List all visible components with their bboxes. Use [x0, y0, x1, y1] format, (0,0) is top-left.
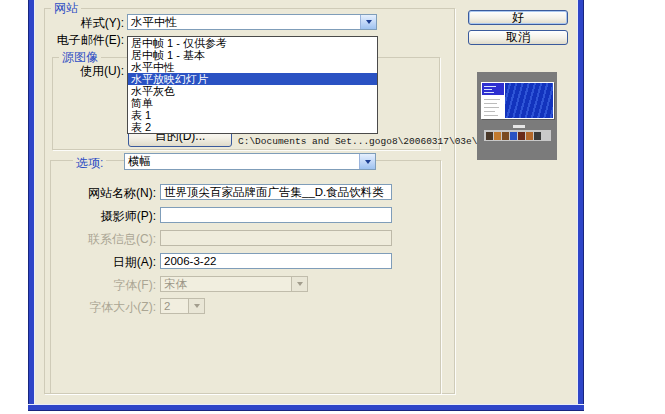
style-dropdown-option[interactable]: 水平灰色	[128, 85, 377, 97]
chevron-down-icon[interactable]	[359, 154, 375, 169]
contact-input	[160, 230, 392, 246]
style-dropdown-list: 居中帧 1 - 仅供参考居中帧 1 - 基本水平中性水平放映幻灯片水平灰色简单表…	[127, 36, 378, 134]
font-combobox-value: 宋体	[161, 277, 307, 291]
preview-sidebar-header	[482, 83, 504, 95]
font-size-label: 字体大小(Z):	[30, 300, 156, 314]
date-input[interactable]	[160, 253, 392, 269]
site-group-title: 网站	[51, 1, 81, 15]
web-photo-gallery-dialog: 网站 样式(Y): 水平中性 电子邮件(E): 源图像 使用(U): 目的(D)…	[0, 0, 665, 414]
style-dropdown-option[interactable]: 表 2	[128, 121, 377, 133]
preview-thumbnail-strip	[484, 130, 551, 141]
chevron-down-icon	[188, 299, 204, 313]
style-label: 样式(Y):	[40, 16, 124, 30]
preview-thumbnail	[502, 132, 509, 140]
options-combobox[interactable]: 横幅	[124, 153, 376, 170]
preview-page	[481, 82, 554, 119]
ok-button[interactable]: 好	[468, 10, 568, 25]
font-label: 字体(F):	[30, 278, 156, 292]
use-label: 使用(U):	[40, 64, 124, 78]
email-label: 电子邮件(E):	[28, 33, 124, 47]
style-dropdown-option[interactable]: 水平放映幻灯片	[128, 73, 377, 85]
preview-thumbnail	[534, 132, 541, 140]
photographer-label: 摄影师(P):	[30, 209, 156, 223]
destination-path: C:\Documents and Set...gogo8\20060317\03…	[238, 136, 477, 147]
preview-thumbnail	[526, 132, 533, 140]
dialog-border-bottom	[28, 404, 584, 411]
style-preview	[477, 72, 557, 160]
style-combobox-value: 水平中性	[128, 15, 376, 29]
source-group-title: 源图像	[59, 50, 101, 64]
date-label: 日期(A):	[30, 255, 156, 269]
preview-thumbnail	[518, 132, 525, 140]
preview-sidebar	[482, 83, 504, 118]
preview-thumbnail	[494, 132, 501, 140]
preview-thumbnail	[486, 132, 493, 140]
contact-label: 联系信息(C):	[30, 232, 156, 246]
chevron-down-icon[interactable]	[360, 15, 376, 29]
preview-main-image	[505, 83, 553, 118]
preview-thumbnail	[510, 132, 517, 140]
style-dropdown-option[interactable]: 简单	[128, 97, 377, 109]
site-name-input[interactable]	[160, 184, 392, 200]
style-dropdown-option[interactable]: 居中帧 1 - 仅供参考	[128, 37, 377, 49]
style-combobox[interactable]: 水平中性	[127, 14, 377, 30]
font-combobox: 宋体	[160, 276, 308, 292]
style-dropdown-option[interactable]: 水平中性	[128, 61, 377, 73]
preview-caption	[513, 125, 525, 128]
style-dropdown-option[interactable]: 居中帧 1 - 基本	[128, 49, 377, 61]
options-combobox-value: 横幅	[125, 154, 375, 169]
dialog-border-right	[577, 0, 584, 411]
chevron-down-icon	[291, 277, 307, 291]
photographer-input[interactable]	[160, 207, 392, 223]
cancel-button[interactable]: 取消	[468, 30, 568, 45]
style-dropdown-option[interactable]: 表 1	[128, 109, 377, 121]
site-name-label: 网站名称(N):	[30, 186, 156, 200]
options-label: 选项:	[73, 156, 106, 170]
dialog-border-left	[28, 0, 35, 411]
font-size-combobox: 2	[160, 298, 205, 314]
